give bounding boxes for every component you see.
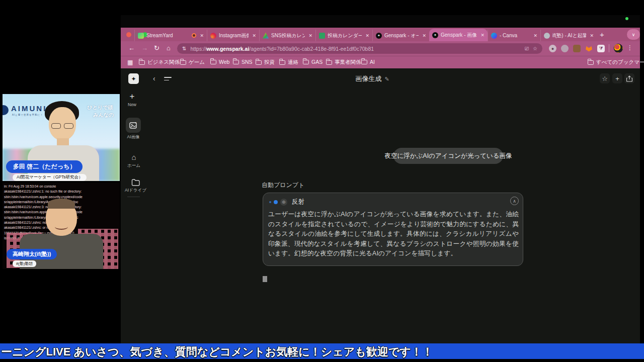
genspark-app: ✦ + New ✦ AI画像 ⌂ ホーム AIドライブ [121, 68, 640, 343]
plus-icon: + [130, 93, 135, 101]
new-tab-button[interactable]: + [600, 31, 604, 38]
aimuniq-tagline: AIと愛で世界を平和に！ [12, 114, 43, 116]
tab-genspark-image-active[interactable]: ✦ Genspark - 画像 ✕ [429, 29, 488, 41]
reflection-swirl-icon: ◎ [280, 199, 287, 206]
bookmark-folder-contact[interactable]: 連絡 [279, 59, 298, 66]
genspark-logo[interactable]: ✦ [128, 73, 139, 84]
collapse-chevron-button[interactable]: ∧ [510, 197, 519, 205]
tab-instagram[interactable]: Instagram画像ジ ✕ [207, 30, 259, 41]
export-icon [626, 75, 632, 82]
bookmark-folder-sns[interactable]: SNS [233, 59, 253, 65]
shared-screen-top-strip [121, 15, 640, 28]
toolbar-divider [609, 44, 609, 52]
bookmark-folder-game[interactable]: ゲーム [180, 59, 205, 66]
camera-active-indicator [625, 17, 628, 20]
tab-close-icon[interactable]: ✕ [590, 33, 594, 38]
site-settings-icon[interactable]: ⇅ [182, 46, 186, 51]
bookmark-folder-business[interactable]: ビジネス関係 [139, 59, 180, 66]
bookmark-folder-invest[interactable]: 投資 [256, 59, 275, 66]
all-bookmarks-button[interactable]: すべてのブックマーク [588, 59, 644, 66]
bookmark-folder-web[interactable]: Web [210, 59, 229, 65]
tab-close-icon[interactable]: ✕ [533, 33, 537, 38]
house-icon: ⌂ [131, 153, 136, 161]
tab-close-icon[interactable]: ✕ [200, 33, 204, 38]
tab-canva[interactable]: - Canva ✕ [488, 30, 540, 41]
tab-genspark-other[interactable]: ✦ Genspark - オー ✕ [372, 30, 429, 41]
tab-post-calendar[interactable]: 投稿カレンダー… ✕ [315, 30, 372, 41]
google-sheets-favicon [319, 33, 325, 39]
folder-icon [139, 60, 145, 65]
folder-icon [326, 60, 332, 65]
extension-camera-icon[interactable]: ● [549, 45, 556, 52]
backdrop-text: みんなの [93, 112, 114, 119]
forward-button[interactable]: → [141, 44, 148, 52]
home-button[interactable]: ⌂ [167, 44, 171, 52]
auto-prompt-card: ◎ 反射 ∧ ユーザーは夜空に浮かぶAIのアイコンが光っている画像を求めています… [263, 193, 523, 266]
tab-close-icon[interactable]: ✕ [422, 33, 426, 38]
sidebar-item-new[interactable]: + New [128, 93, 136, 107]
globe-favicon [544, 33, 550, 39]
tab-close-icon[interactable]: ✕ [365, 33, 369, 38]
webcam-presenter-bottom: in: Fri Aug 29 18:53:04 on console akasa… [3, 183, 120, 269]
name-tag: 高崎翔太(if(塾)) [7, 249, 57, 259]
backdrop-text: ひとりで頑 [87, 104, 113, 111]
address-bar[interactable]: ⇅ https://www.genspark.ai/agents?id=7b80… [177, 43, 542, 54]
genspark-favicon: ✦ [376, 33, 382, 39]
window-close-button[interactable] [126, 32, 131, 37]
extension-generic-icon[interactable] [561, 45, 569, 52]
folder-icon [361, 60, 367, 64]
favorite-star-button[interactable]: ☆ [600, 73, 610, 83]
canva-favicon [491, 33, 497, 39]
sidebar-item-ai-image[interactable]: ✦ AI画像 [126, 118, 141, 140]
metamask-fox-icon[interactable] [585, 45, 593, 52]
auto-prompt-label: 自動プロンプト [262, 181, 304, 190]
extension-save-icon[interactable] [573, 45, 581, 52]
sidebar-item-ai-drive[interactable]: AIドライブ [125, 179, 146, 194]
tab-close-icon[interactable]: ✕ [252, 33, 256, 38]
bookmark-folder-gas[interactable]: GAS [303, 59, 323, 65]
back-button[interactable]: ← [128, 44, 135, 52]
page-title: 画像生成✎ [146, 74, 599, 83]
cast-icon[interactable]: ⎚ [525, 46, 529, 52]
tab-close-icon[interactable]: ✕ [480, 33, 485, 38]
prompt-text: ユーザーは夜空に浮かぶAIのアイコンが光っている画像を求めています。また、油絵の… [268, 209, 519, 258]
share-export-button[interactable] [624, 73, 634, 83]
user-message-bubble: 夜空に浮かぶAIのアイコンが光っている画像 [393, 148, 503, 164]
new-chat-button[interactable]: + [612, 73, 622, 83]
tab-search-button[interactable]: ∨ [627, 29, 640, 40]
folder-icon [256, 60, 262, 65]
tab-if-juku[interactable]: if(塾) - AIと起業 ✕ [540, 30, 597, 41]
tab-strip: StreamYard ✕ Instagram画像ジ ✕ SNS投稿カレンダ ✕ … [121, 28, 640, 41]
bookmark-folder-biz-owner[interactable]: 事業者関係 [326, 59, 361, 66]
bookmark-star-icon[interactable]: ☆ [533, 46, 537, 51]
drive-folder-icon [131, 179, 140, 186]
url-text: https://www.genspark.ai/agents?id=7b80a9… [190, 46, 521, 52]
ai-image-icon: ✦ [126, 118, 141, 133]
apps-grid-icon[interactable]: ▦ [127, 59, 133, 66]
extensions-puzzle-icon[interactable]: ⧩ [597, 45, 605, 52]
reload-button[interactable]: ↻ [154, 44, 159, 52]
live-ticker-banner: ーニングLIVE あいさつ、気づき、質問などコメントお気軽に！シェアも歓迎です！… [0, 343, 644, 359]
tab-close-icon[interactable]: ✕ [308, 33, 312, 38]
genspark-favicon: ✦ [432, 32, 438, 38]
profile-avatar[interactable] [614, 44, 623, 53]
recording-indicator-icon [192, 33, 196, 38]
sidebar-item-home[interactable]: ⌂ ホーム [127, 153, 140, 169]
browser-menu-icon[interactable]: ⋮ [627, 44, 633, 51]
bookmarks-bar: ▦ ビジネス関係 ゲーム Web SNS 投資 連絡 GAS 事業者関係 AI … [121, 56, 640, 68]
glasses-icon [64, 123, 73, 129]
edit-title-pencil-icon[interactable]: ✎ [384, 76, 389, 82]
instagram-favicon [210, 33, 216, 39]
webcam-presenter-top: AIMUNIQ AIと愛で世界を平和に！ ひとりで頑 みんなの 多田 啓二（ただ… [3, 94, 120, 181]
sidebar-divider [127, 197, 140, 197]
folder-icon [233, 60, 239, 64]
prompt-card-header: ◎ 反射 [269, 198, 304, 206]
presenter-smile [55, 224, 68, 230]
glasses-icon [51, 123, 61, 129]
folder-icon [588, 60, 594, 65]
folder-icon [279, 60, 285, 65]
name-tag: 多田 啓二（ただっち） [6, 160, 83, 173]
tab-streamyard[interactable]: StreamYard ✕ [134, 30, 207, 41]
bookmark-folder-ai[interactable]: AI [361, 59, 375, 65]
tab-sns-calendar[interactable]: SNS投稿カレンダ ✕ [259, 30, 315, 41]
